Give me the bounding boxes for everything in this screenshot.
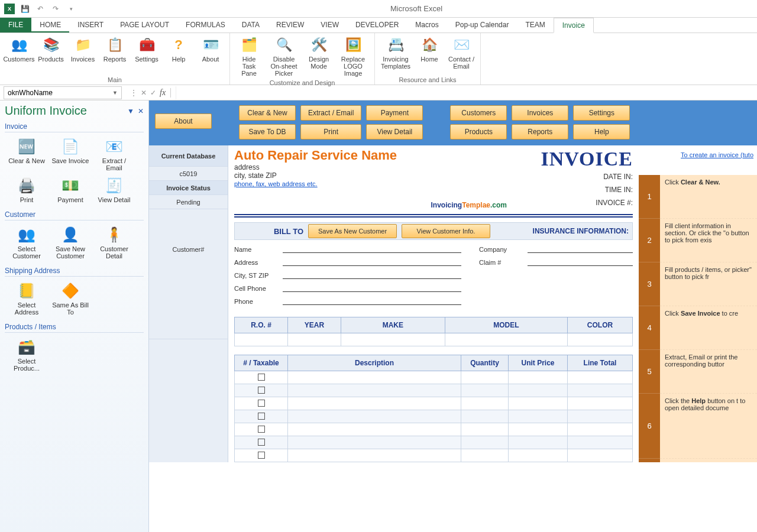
sheet-save-to-db[interactable]: Save To DB [239, 124, 296, 140]
view-customer-info-button[interactable]: View Customer Info. [402, 224, 490, 238]
line-row[interactable] [235, 436, 633, 449]
tab-team[interactable]: TEAM [517, 18, 553, 33]
fx-icon[interactable]: fx [160, 88, 171, 98]
tab-insert[interactable]: INSERT [69, 18, 112, 33]
sheet-view-detail[interactable]: View Detail [366, 124, 423, 140]
pane-print[interactable]: 🖨️Print [5, 174, 48, 206]
tab-formulas[interactable]: FORMULAS [177, 18, 234, 33]
undo-icon[interactable]: ↶ [33, 2, 47, 16]
line-row[interactable] [235, 423, 633, 436]
quick-access-toolbar: X 💾 ↶ ↷ ▾ [2, 2, 78, 16]
invoices-button[interactable]: 📁Invoices [67, 34, 98, 75]
line-row[interactable] [235, 384, 633, 397]
tab-popup-calendar[interactable]: Pop-up Calendar [447, 18, 517, 33]
taxable-checkbox[interactable] [258, 426, 265, 433]
pane-save-new-customer[interactable]: 👤Save New Customer [48, 223, 92, 262]
qat-dropdown-icon[interactable]: ▾ [64, 2, 78, 16]
line-row[interactable] [235, 449, 633, 462]
replace-logo-button[interactable]: 🖼️Replace LOGO Image [335, 34, 371, 78]
pane-save-invoice[interactable]: 📄Save Invoice [48, 135, 92, 174]
redo-icon[interactable]: ↷ [48, 2, 63, 16]
pane-clear-new[interactable]: 🆕Clear & New [5, 135, 48, 174]
pane-customer-detail[interactable]: 🧍Customer Detail [92, 223, 136, 262]
about-button[interactable]: 🪪About [195, 34, 226, 75]
settings-button[interactable]: 🧰Settings [131, 34, 162, 75]
tab-review[interactable]: REVIEW [268, 18, 312, 33]
pane-dropdown-icon[interactable]: ▼ [127, 107, 134, 115]
tab-data[interactable]: DATA [234, 18, 268, 33]
sheet-products[interactable]: Products [450, 124, 507, 140]
pane-select-address[interactable]: 📒Select Address [5, 279, 48, 318]
sheet-about-button[interactable]: About [155, 113, 212, 129]
company-name[interactable]: Auto Repair Service Name [234, 148, 397, 163]
sheet-payment[interactable]: Payment [366, 105, 423, 121]
disable-picker-button[interactable]: 🔍Disable On-sheet Picker [266, 34, 302, 78]
taxable-checkbox[interactable] [258, 452, 265, 459]
sheet-settings[interactable]: Settings [573, 105, 630, 121]
pane-close-icon[interactable]: ✕ [138, 107, 144, 115]
contact-email-button[interactable]: ✉️Contact / Email [446, 34, 477, 75]
input-city[interactable] [283, 270, 461, 279]
pane-payment[interactable]: 💵Payment [48, 174, 92, 206]
hide-task-pane-button[interactable]: 🗂️Hide Task Pane [234, 34, 264, 78]
enter-icon[interactable]: ✓ [150, 89, 156, 97]
tab-invoice[interactable]: Invoice [554, 18, 594, 33]
th-make: MAKE [341, 317, 445, 333]
excel-icon[interactable]: X [2, 2, 17, 16]
vehicle-row[interactable] [235, 333, 633, 346]
invoicing-templates-button[interactable]: 📇Invoicing Templates [378, 34, 413, 75]
tab-developer[interactable]: DEVELOPER [347, 18, 407, 33]
taxable-checkbox[interactable] [258, 387, 265, 394]
sheet-clear-new[interactable]: Clear & New [239, 105, 296, 121]
input-name[interactable] [283, 244, 461, 253]
taxable-checkbox[interactable] [258, 413, 265, 420]
input-claim[interactable] [528, 257, 633, 266]
taxable-checkbox[interactable] [258, 400, 265, 407]
tab-home[interactable]: HOME [31, 18, 69, 33]
worksheet[interactable]: About Clear & New Save To DB Extract / E… [149, 100, 757, 532]
input-phone[interactable] [283, 296, 461, 305]
tab-page-layout[interactable]: PAGE LAYOUT [112, 18, 177, 33]
line-row[interactable] [235, 371, 633, 384]
input-cell[interactable] [283, 283, 461, 292]
name-box-dropdown-icon[interactable]: ▼ [112, 90, 118, 96]
reports-button[interactable]: 📋Reports [99, 34, 130, 75]
products-button[interactable]: 📚Products [35, 34, 66, 75]
cancel-icon[interactable]: ✕ [141, 89, 147, 97]
company-contact-link[interactable]: phone, fax, web address etc. [234, 180, 318, 187]
design-mode-button[interactable]: 🛠️Design Mode [303, 34, 334, 78]
pane-extract-email[interactable]: 📧Extract / Email [92, 135, 136, 174]
home-button[interactable]: 🏠Home [414, 34, 445, 75]
taxable-checkbox[interactable] [258, 374, 265, 381]
taxable-checkbox[interactable] [258, 439, 265, 446]
name-box[interactable]: oknWhoName ▼ [4, 86, 122, 99]
customers-button[interactable]: 👥Customers [4, 34, 34, 75]
formula-input[interactable] [176, 86, 757, 99]
pane-select-customer[interactable]: 👥Select Customer [5, 223, 48, 262]
company-city[interactable]: city, state ZIP [234, 171, 397, 180]
pane-view-detail[interactable]: 🧾View Detail [92, 174, 136, 206]
sheet-invoices[interactable]: Invoices [512, 105, 568, 121]
sheet-print[interactable]: Print [300, 124, 361, 140]
save-as-new-customer-button[interactable]: Save As New Customer [308, 224, 397, 238]
sheet-customers[interactable]: Customers [450, 105, 507, 121]
sheet-extract-email[interactable]: Extract / Email [300, 105, 361, 121]
tab-view[interactable]: VIEW [312, 18, 347, 33]
company-address[interactable]: address [234, 163, 397, 171]
section-invoice-label: Invoice [5, 122, 144, 132]
line-row[interactable] [235, 410, 633, 423]
help-button[interactable]: ?Help [163, 34, 194, 75]
pane-select-products[interactable]: 🗃️Select Produc... [5, 335, 48, 374]
sheet-help[interactable]: Help [573, 124, 630, 140]
line-row[interactable] [235, 397, 633, 410]
sheet-reports[interactable]: Reports [512, 124, 568, 140]
input-company[interactable] [528, 244, 633, 253]
tab-macros[interactable]: Macros [407, 18, 447, 33]
save-icon[interactable]: 💾 [18, 2, 32, 16]
tutorial-link[interactable]: To create an invoice (tuto [660, 145, 757, 175]
tab-file[interactable]: FILE [0, 18, 31, 33]
ribbon-group-resource: 📇Invoicing Templates 🏠Home ✉️Contact / E… [375, 33, 481, 85]
pane-same-as-billto[interactable]: 🔶Same As Bill To [48, 279, 92, 318]
ellipsis-icon[interactable]: ⋮ [130, 89, 137, 97]
input-address[interactable] [283, 257, 461, 266]
